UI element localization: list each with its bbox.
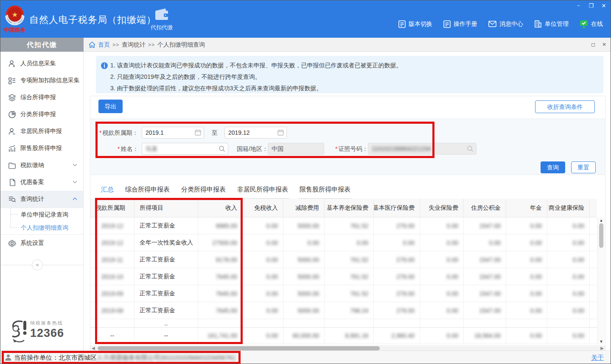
table-cell: 7645.00	[198, 285, 243, 302]
vertical-scroll-thumb[interactable]	[599, 223, 603, 248]
sidebar-item-nonresident-income[interactable]: 非居民所得申报	[0, 123, 83, 140]
nationality-input: 中国	[268, 143, 324, 155]
home-icon	[89, 42, 95, 48]
name-label: *姓名：	[118, 145, 138, 153]
table-cell: 27500.00	[198, 234, 243, 251]
table-cell: 2019-11	[90, 251, 135, 268]
scroll-down-arrow[interactable]: ▼	[599, 339, 603, 344]
table-cell: 正常工资薪金	[135, 268, 198, 285]
table-cell: 161,741.00	[198, 327, 243, 344]
sidebar-item-system-settings[interactable]: 系统设置	[0, 235, 83, 252]
table-cell: 0.00	[506, 285, 547, 302]
table-cell: 正常工资薪金	[135, 302, 198, 319]
sidebar-item-query-statistics[interactable]: 查询统计	[0, 191, 83, 208]
tab-daikoudaijiao[interactable]: 代扣代缴	[147, 8, 176, 31]
table-cell: 0.00	[506, 327, 547, 344]
vertical-scrollbar[interactable]: ▲ ▼	[597, 217, 605, 345]
menu-label: 单位管理	[545, 20, 569, 28]
table-cell	[590, 302, 597, 319]
scroll-right-arrow[interactable]: ▶	[600, 346, 604, 350]
horizontal-scroll-thumb[interactable]	[98, 346, 380, 350]
sidebar-subitem-personal-withholding-query[interactable]: 个人扣缴明细查询	[0, 221, 83, 234]
search-list-icon	[8, 195, 16, 203]
table-cell: 0.00	[547, 302, 590, 319]
table-row: 2019-11正常工资薪金9178.000.005000.00761.52279…	[90, 251, 597, 268]
table-row: 2019-10正常工资薪金7645.000.005000.00761.52279…	[90, 268, 597, 285]
table-header-row: 税款所属期所得项目收入免税收入减除费用基本养老保险费基本医疗保险费失业保险费住房…	[90, 199, 597, 217]
table-cell: 2019-08	[90, 302, 135, 319]
folder-icon	[8, 161, 16, 169]
tab-restricted-stock[interactable]: 限售股所得申报表	[298, 183, 352, 199]
tab-classified[interactable]: 分类所得申报表	[180, 183, 227, 199]
sidebar-subitem-unit-declaration-query[interactable]: 单位申报记录查询	[0, 208, 83, 221]
sidebar-item-special-deduction[interactable]: 专项附加扣除信息采集	[0, 72, 83, 89]
table-cell: 0.00	[243, 268, 283, 285]
status-bar: 当前操作单位：北京市西城区人力资源服务有限公司(91110102MA01D345…	[0, 350, 611, 364]
wallet-icon	[154, 8, 169, 21]
notice-box: 1. 该查询统计表仅能查询已申报成功的数据，不包含未申报、申报失败，已申报但已作…	[96, 56, 603, 93]
search-button[interactable]: 查询	[541, 161, 565, 173]
table-cell: 0.00	[506, 234, 547, 251]
table-header-cell: 免税收入	[243, 199, 283, 217]
table-header-cell: 失业保险费	[420, 199, 464, 217]
reset-button[interactable]: 重置	[571, 161, 596, 173]
menu-manual[interactable]: 操作手册	[443, 20, 477, 28]
pane-restore-button[interactable]: ◻	[591, 42, 595, 47]
table-cell: 5000.00	[283, 302, 325, 319]
online-status[interactable]: 在线	[580, 20, 603, 28]
sidebar-item-classified-income[interactable]: 分类所得申报	[0, 106, 83, 123]
table-cell: 798.24	[325, 302, 374, 319]
chevron-down-icon	[73, 181, 77, 183]
search-icon	[219, 145, 225, 152]
table-cell	[283, 319, 325, 327]
restore-button[interactable]: ❐	[588, 2, 594, 9]
table-cell	[590, 319, 597, 327]
pane-close-button[interactable]: ✕	[602, 42, 606, 47]
table-cell	[464, 319, 506, 327]
breadcrumb-separator: >>	[148, 42, 155, 48]
tab-summary[interactable]: 汇总	[100, 183, 115, 199]
sidebar-collapse-row: «	[0, 259, 83, 270]
menu-message-center[interactable]: 消息中心	[488, 20, 523, 28]
document-icon	[398, 20, 406, 28]
menu-unit-management[interactable]: 单位管理	[534, 20, 569, 28]
collapse-query-button[interactable]: 收折查询条件	[535, 100, 595, 113]
user-icon	[5, 354, 12, 361]
sidebar-collapse-button[interactable]: «	[32, 259, 43, 270]
building-icon	[534, 20, 542, 28]
sidebar-item-comprehensive-income[interactable]: 综合所得申报	[0, 89, 83, 106]
sidebar-item-label: 限售股所得申报	[20, 144, 62, 152]
caret-up	[561, 115, 569, 123]
period-from-input[interactable]: 2019.1	[142, 127, 204, 139]
sidebar-item-restricted-stock[interactable]: 限售股所得申报	[0, 140, 83, 157]
table-cell: 279.00	[374, 302, 420, 319]
table-cell: 0.00	[547, 285, 590, 302]
table-cell: 0.00	[243, 285, 283, 302]
document-icon	[8, 178, 16, 186]
scroll-left-arrow[interactable]: ◀	[92, 346, 95, 350]
close-button[interactable]: ✕	[600, 2, 607, 9]
about-link[interactable]: 关于	[591, 354, 604, 362]
sidebar-item-preferential-record[interactable]: 优惠备案	[0, 174, 83, 191]
breadcrumb-home[interactable]: 首页	[98, 41, 110, 49]
sidebar-item-label: 税款缴纳	[20, 161, 44, 169]
table-header-cell: 减除费用	[283, 199, 325, 217]
menu-version-switch[interactable]: 版本切换	[398, 20, 432, 28]
table-cell: 0.00	[506, 251, 547, 268]
query-panel: *税款所属期： 2019.1 至 2019.12 *姓名： 马某 国籍/地区： …	[90, 119, 605, 175]
table-cell: 0.00	[374, 234, 420, 251]
sidebar-item-tax-payment[interactable]: 税款缴纳	[0, 157, 83, 174]
table-cell: 0.00	[243, 217, 283, 234]
period-to-input[interactable]: 2019.12	[224, 127, 287, 139]
sidebar-item-label: 系统设置	[20, 239, 44, 247]
sidebar-item-personnel-info[interactable]: 人员信息采集	[0, 55, 83, 72]
export-button[interactable]: 导出	[98, 100, 123, 113]
minimize-button[interactable]: －	[575, 2, 582, 9]
table-cell: 0.00	[420, 268, 464, 285]
tab-nonresident[interactable]: 非居民所得申报表	[236, 183, 289, 199]
tab-comprehensive[interactable]: 综合所得申报表	[124, 183, 171, 199]
table-cell: 60,000.00	[283, 327, 325, 344]
name-input[interactable]: 马某	[142, 143, 228, 155]
scroll-up-arrow[interactable]: ▲	[599, 218, 603, 222]
sidebar-header: 代扣代缴	[0, 38, 84, 52]
